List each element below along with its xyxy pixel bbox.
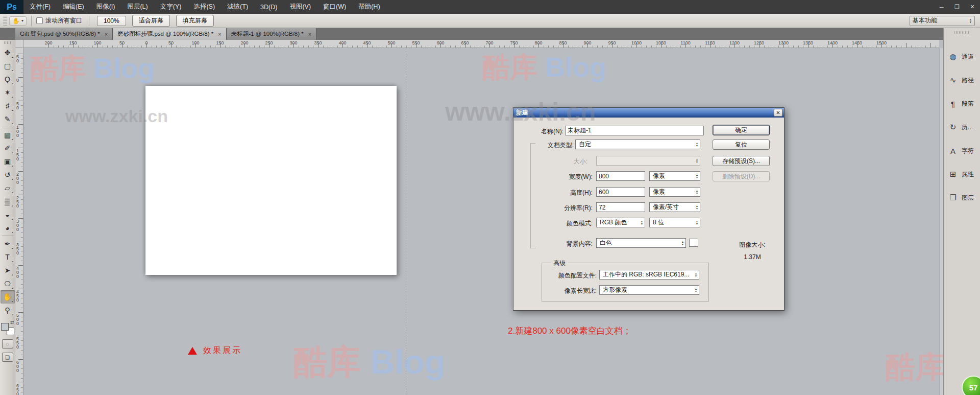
brush-tool-icon[interactable]: ✐ [1,142,15,155]
color-swatches: ⇄ [1,320,14,335]
magic-wand-tool-icon[interactable]: ✶ [1,86,15,99]
height-unit-select[interactable]: 像素 [649,187,700,197]
width-input[interactable]: 800 [596,171,645,181]
menu-bar: Ps 文件(F)编辑(E)图像(I)图层(L)文字(Y)选择(S)滤镜(T)3D… [0,0,980,14]
window-controls: ─❐✕ [934,0,980,14]
foreground-color-swatch[interactable] [1,323,9,331]
panel-item-label: 属性 [962,170,974,179]
pen-tool-icon[interactable]: ✒ [1,237,15,250]
eraser-tool-icon[interactable]: ▱ [1,181,15,195]
height-input[interactable]: 600 [596,187,645,197]
fill-screen-button[interactable]: 填充屏幕 [176,15,214,27]
tab-close-icon[interactable]: × [105,31,108,37]
dialog-title-bar[interactable]: 新建 ✕ [513,108,784,118]
bit-depth-select[interactable]: 8 位 [649,218,700,227]
maximize-icon[interactable]: ❐ [949,0,965,14]
color-profile-label: 颜色配置文件: [524,271,597,280]
shape-tool-icon[interactable]: ⎔ [1,277,15,290]
panel-item-4[interactable]: A字符 [944,139,980,162]
width-unit-select[interactable]: 像素 [649,171,700,181]
scrollbar[interactable] [939,48,943,395]
move-tool-icon[interactable]: ✥ [1,46,15,59]
color-mode-select[interactable]: RGB 颜色 [596,218,645,227]
tool-preset-button[interactable]: ✋ ▾ [9,16,27,26]
document-tab-2[interactable]: 未标题-1 @ 100%(RGB/8) *× [227,28,316,40]
ruler-label: 400 [16,266,19,278]
lasso-tool-icon[interactable]: Ϙ [1,73,15,86]
gradient-tool-icon[interactable]: ▒ [1,195,15,208]
background-select[interactable]: 白色 [596,238,686,248]
workspace-select[interactable]: 基本功能 [910,16,975,26]
dropdown-arrows-icon [696,205,698,210]
pixel-aspect-label: 像素长宽比: [524,287,597,295]
dodge-tool-icon[interactable]: ◕ [1,221,15,235]
menu-item-10[interactable]: 帮助(H) [352,0,386,14]
panel-item-2[interactable]: ¶段落 [944,92,980,115]
scroll-all-windows-label: 滚动所有窗口 [45,16,82,25]
document-canvas[interactable] [145,86,397,275]
save-preset-button[interactable]: 存储预设(S)... [713,156,770,166]
tab-close-icon[interactable]: × [218,31,221,37]
doc-type-select[interactable]: 自定 [575,140,700,149]
menu-item-0[interactable]: 文件(F) [23,0,57,14]
fit-screen-button[interactable]: 适合屏幕 [132,15,170,27]
name-input[interactable]: 未标题-1 [565,126,704,135]
panel-item-6[interactable]: ❐图层 [944,186,980,210]
panel-item-5[interactable]: ⊞属性 [944,162,980,186]
document-tab-1[interactable]: 磨砂图标步骤.psd @ 100%(RGB/8) *× [113,28,227,40]
effect-label: 效果展示 [203,345,242,356]
dropdown-arrows-icon [969,18,972,24]
zoom-100-button[interactable]: 100% [97,16,126,26]
swap-colors-icon[interactable]: ⇄ [10,320,14,325]
ruler-label: 200 [44,40,52,45]
width-label: 宽度(W): [536,173,593,181]
panel-item-0[interactable]: ◍通道 [944,45,980,68]
menu-item-7[interactable]: 3D(D) [254,0,283,14]
marquee-tool-icon[interactable]: ▢ [1,59,15,73]
minimize-icon[interactable]: ─ [934,0,949,14]
tab-close-icon[interactable]: × [308,31,311,37]
pixel-aspect-select[interactable]: 方形像素 [599,285,699,295]
resolution-unit-select[interactable]: 像素/英寸 [649,202,700,212]
hand-tool-icon[interactable]: ✋ [1,290,15,304]
screen-mode-button[interactable]: ❏ [2,353,13,362]
clone-stamp-tool-icon[interactable]: ▣ [1,155,15,168]
zoom-tool-icon[interactable]: ⚲ [1,304,15,317]
eyedropper-tool-icon[interactable]: ✎ [1,112,15,126]
resolution-unit-value: 像素/英寸 [653,203,679,212]
scroll-all-windows-checkbox[interactable] [36,17,43,24]
menu-item-5[interactable]: 选择(S) [187,0,221,14]
type-tool-icon[interactable]: T [1,250,15,264]
panel-item-1[interactable]: ∿路径 [944,68,980,92]
history-brush-tool-icon[interactable]: ↺ [1,168,15,181]
new-document-dialog: 新建 ✕ 名称(N): 未标题-1 文档类型: 自定 大小: 宽度(W): 80… [513,107,785,311]
step-annotation: 2.新建800 x 600像素空白文档； [508,325,631,337]
menu-item-6[interactable]: 滤镜(T) [221,0,254,14]
menu-item-3[interactable]: 图层(L) [121,0,154,14]
vertical-ruler: 5005010015020025030035040045050055060065… [15,48,23,395]
ruler-label: 650 [461,40,469,45]
path-select-tool-icon[interactable]: ➤ [1,264,15,277]
menu-item-4[interactable]: 文字(Y) [154,0,188,14]
bit-depth-value: 8 位 [653,218,664,227]
dialog-close-icon[interactable]: ✕ [774,109,782,117]
background-color-swatch[interactable] [689,239,698,247]
document-tab-0[interactable]: Gift 臂包.psd @ 50%(RGB/8) *× [15,28,113,40]
resolution-input[interactable]: 72 [596,202,645,212]
ruler-label: 1200 [729,40,740,45]
panel-item-3[interactable]: ↻历... [944,115,980,139]
healing-brush-tool-icon[interactable]: ▦ [1,128,15,142]
quick-mask-button[interactable]: ◌ [2,339,13,348]
reset-button[interactable]: 复位 [713,140,770,150]
crop-tool-icon[interactable]: ♯ [1,99,15,112]
ruler-label: 150 [16,149,19,161]
menu-item-8[interactable]: 视图(V) [283,0,317,14]
menu-item-1[interactable]: 编辑(E) [57,0,90,14]
ok-button[interactable]: 确定 [713,125,770,135]
close-icon[interactable]: ✕ [965,0,980,14]
ruler-label: 1450 [852,40,862,45]
blur-tool-icon[interactable]: ◒ [1,208,15,221]
menu-item-9[interactable]: 窗口(W) [317,0,352,14]
menu-item-2[interactable]: 图像(I) [90,0,121,14]
color-profile-select[interactable]: 工作中的 RGB: sRGB IEC619... [599,270,699,280]
